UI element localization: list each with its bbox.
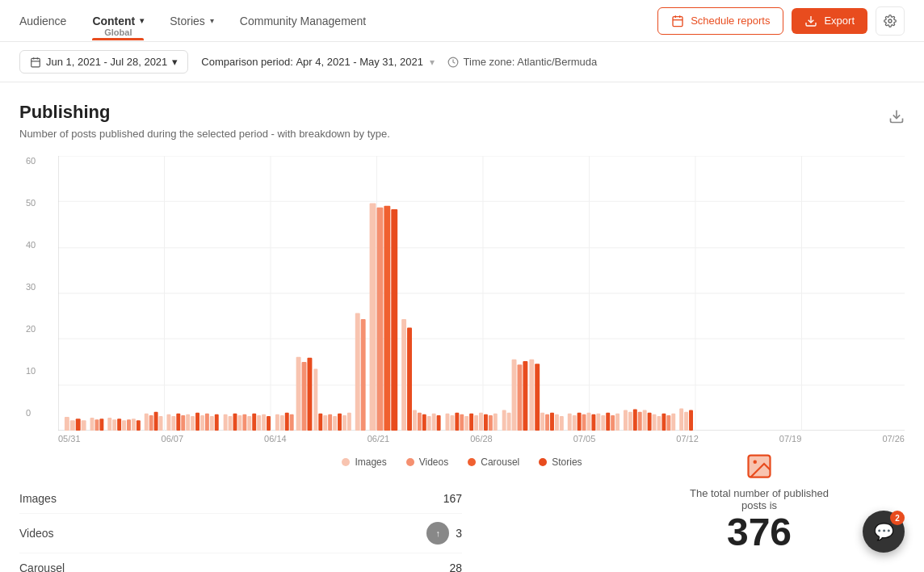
comparison-chevron-icon[interactable]: ▾: [430, 57, 435, 68]
legend-stories-dot: [539, 458, 547, 466]
comparison-period: Comparison period: Apr 4, 2021 - May 31,…: [201, 56, 434, 68]
export-icon: [804, 15, 817, 27]
svg-rect-59: [237, 415, 242, 431]
svg-rect-0: [673, 16, 682, 26]
nav-item-stories[interactable]: Stories ▾: [170, 2, 214, 40]
total-text: The total number of published posts is: [678, 487, 840, 511]
nav-item-community[interactable]: Community Management: [240, 2, 366, 40]
svg-rect-127: [611, 415, 615, 431]
svg-rect-137: [662, 414, 666, 431]
svg-rect-112: [535, 364, 540, 431]
nav-content-subtitle: Global: [104, 27, 132, 37]
timezone-value: Time zone: Atlantic/Bermuda: [464, 56, 598, 68]
svg-rect-41: [145, 414, 149, 431]
y-axis: 60 50 40 30 20 10 0: [26, 156, 36, 418]
svg-rect-46: [171, 416, 175, 431]
svg-rect-47: [176, 414, 180, 431]
svg-rect-43: [154, 412, 158, 431]
chat-icon: 💬: [874, 522, 894, 541]
chat-bubble[interactable]: 💬 2: [863, 511, 905, 553]
svg-rect-45: [166, 414, 170, 431]
y-label-20: 20: [26, 324, 36, 334]
svg-rect-101: [474, 415, 478, 431]
x-label-0712: 07/12: [676, 434, 699, 444]
svg-rect-61: [247, 416, 251, 431]
stats-carousel-value: 28: [449, 561, 462, 572]
svg-rect-142: [689, 410, 693, 431]
export-button[interactable]: Export: [792, 8, 867, 34]
legend-images: Images: [342, 456, 386, 468]
gear-icon: [884, 15, 897, 27]
stats-images-value: 167: [443, 492, 462, 505]
comparison-label: Comparison period:: [201, 56, 292, 68]
stats-row-videos: Videos ↑ 3: [19, 514, 462, 553]
schedule-reports-button[interactable]: Schedule reports: [657, 7, 783, 35]
timezone-filter: Time zone: Atlantic/Bermuda: [447, 56, 598, 68]
legend-videos-label: Videos: [419, 456, 448, 468]
x-label-0628: 06/28: [470, 434, 493, 444]
svg-rect-44: [159, 416, 163, 431]
svg-rect-123: [591, 414, 595, 431]
svg-rect-99: [464, 416, 468, 431]
svg-rect-68: [285, 413, 289, 431]
svg-rect-81: [355, 313, 360, 431]
stats-row-carousel: Carousel 28: [19, 553, 462, 572]
svg-rect-94: [437, 415, 441, 431]
stats-section: Images 167 Videos ↑ 3 Carousel 28: [19, 484, 905, 572]
svg-rect-104: [489, 415, 493, 431]
svg-rect-67: [280, 415, 284, 431]
svg-rect-74: [318, 414, 322, 431]
legend-videos: Videos: [406, 456, 448, 468]
download-icon[interactable]: [888, 108, 905, 128]
svg-rect-100: [469, 414, 473, 431]
y-label-60: 60: [26, 156, 36, 166]
svg-rect-86: [391, 209, 397, 431]
svg-rect-97: [455, 413, 459, 431]
legend-images-label: Images: [355, 456, 386, 468]
svg-rect-27: [65, 417, 69, 431]
svg-rect-71: [302, 362, 307, 431]
legend-carousel-dot: [468, 458, 476, 466]
svg-rect-111: [529, 360, 534, 431]
nav-item-content[interactable]: Content ▾ Global: [92, 2, 144, 40]
svg-rect-117: [560, 416, 564, 431]
svg-rect-89: [413, 410, 417, 431]
svg-rect-125: [601, 415, 605, 431]
svg-rect-103: [484, 414, 488, 431]
svg-rect-95: [446, 414, 450, 431]
svg-rect-78: [338, 414, 342, 431]
content-chevron-icon: ▾: [140, 16, 144, 25]
svg-rect-62: [252, 414, 256, 431]
svg-rect-79: [342, 415, 346, 431]
clock-icon: [447, 57, 459, 68]
stats-table: Images 167 Videos ↑ 3 Carousel 28: [19, 484, 462, 572]
svg-rect-36: [117, 418, 121, 431]
y-label-40: 40: [26, 240, 36, 250]
legend-images-dot: [342, 458, 350, 466]
svg-rect-42: [149, 415, 153, 431]
svg-rect-88: [407, 328, 412, 431]
svg-rect-108: [512, 360, 517, 431]
legend-videos-dot: [406, 458, 414, 466]
legend-stories: Stories: [539, 456, 582, 468]
svg-rect-122: [587, 413, 591, 431]
svg-rect-34: [107, 418, 111, 431]
svg-rect-130: [628, 412, 632, 431]
svg-rect-128: [615, 414, 620, 431]
settings-button[interactable]: [876, 6, 905, 36]
svg-point-5: [888, 19, 892, 23]
svg-rect-107: [507, 413, 511, 431]
svg-rect-139: [671, 414, 675, 431]
svg-rect-49: [186, 414, 190, 431]
date-range-filter[interactable]: Jun 1, 2021 - Jul 28, 2021 ▾: [19, 50, 188, 74]
svg-rect-85: [384, 206, 390, 431]
svg-rect-52: [200, 415, 204, 431]
nav-item-audience[interactable]: Audience: [19, 2, 66, 40]
y-label-50: 50: [26, 198, 36, 208]
x-label-0726: 07/26: [882, 434, 905, 444]
svg-rect-120: [578, 413, 582, 431]
stats-videos-value-wrap: ↑ 3: [426, 522, 462, 545]
scroll-indicator: ↑: [426, 522, 449, 545]
comparison-value: Apr 4, 2021 - May 31, 2021: [296, 56, 423, 68]
svg-rect-66: [275, 414, 279, 431]
